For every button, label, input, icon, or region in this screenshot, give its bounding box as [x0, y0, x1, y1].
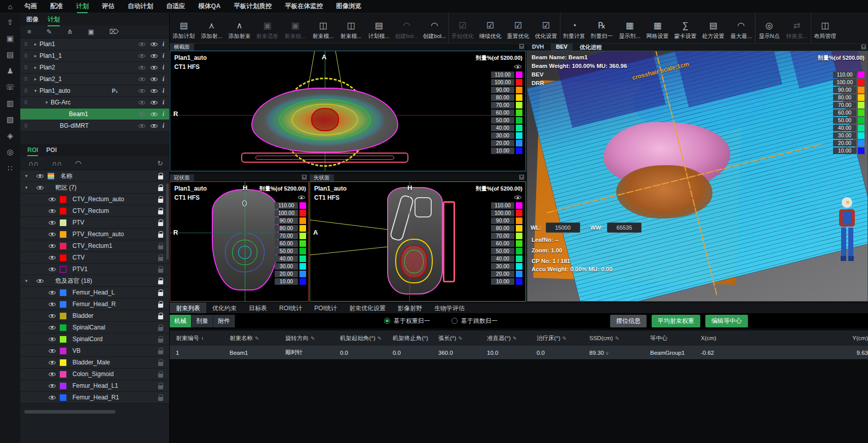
beam-group-button[interactable]: ▣ 射束组... [281, 13, 309, 43]
visibility-icon[interactable] [150, 76, 158, 83]
dose-visibility-icon[interactable] [298, 194, 305, 201]
beam-table-cell[interactable]: BeamGroup1 [644, 350, 695, 356]
bottom-tab[interactable]: 影像射野 [392, 303, 428, 314]
roi-color-chip[interactable] [60, 289, 66, 296]
beam-table-cell[interactable]: 360.0 [432, 350, 481, 356]
lock-icon[interactable] [158, 371, 163, 378]
monte-carlo-settings-button[interactable]: ∑ 蒙卡设置 [671, 13, 699, 43]
bottom-tab[interactable]: 射束优化设置 [343, 303, 392, 314]
beam-table-cell[interactable]: 10.0 [481, 350, 531, 356]
chevron-icon[interactable]: ▾ [20, 185, 32, 190]
bottom-tab[interactable]: 优化约束 [206, 303, 243, 314]
radio-icon[interactable] [384, 318, 390, 324]
beam-conform-button[interactable]: ▣ 射束适形 [253, 13, 281, 43]
beam-table-cell[interactable]: -0.62 [695, 350, 851, 356]
plan-tree-row[interactable]: ⠿ ▾ BG-Arc i [20, 97, 169, 108]
visibility-icon[interactable] [49, 301, 56, 308]
dose-normalize-button[interactable]: ℞ 剂量归一 [588, 13, 616, 43]
dose-visibility-icon[interactable] [514, 194, 521, 201]
plan-tree-row[interactable]: ⠿ Beam1 i [20, 108, 169, 120]
transverse-view[interactable]: Plan1_auto CT1 HFS A R 剂量%(of 5200.00) 1… [170, 51, 526, 171]
merge-plan-icon[interactable]: ⋔ [67, 28, 73, 35]
dose-visibility-icon[interactable] [138, 88, 145, 94]
edit-icon[interactable]: ✎ [615, 336, 619, 341]
beam-subtab[interactable]: 附件 [213, 315, 235, 327]
lock-icon[interactable] [158, 301, 163, 308]
radio-icon[interactable] [451, 318, 458, 324]
info-icon[interactable]: i [163, 99, 164, 106]
roi-row[interactable]: Femur_Head_L [20, 287, 169, 299]
roi-row[interactable]: Bladder_Male [20, 357, 169, 368]
drag-handle-icon[interactable]: ⠿ [20, 123, 31, 129]
roi-row[interactable]: CTV_Rectum_auto [20, 194, 169, 205]
drag-handle-icon[interactable]: ⠿ [20, 65, 31, 70]
shield-icon[interactable]: ◈ [7, 132, 13, 139]
prescription-settings-button[interactable]: ▤ 处方设置 [699, 13, 727, 43]
copy-plan-icon[interactable]: ▣ [88, 28, 94, 35]
roi-color-chip[interactable] [60, 243, 66, 249]
dose-calc-button[interactable]: ◔ 剂量计算 [560, 13, 588, 43]
roi-row[interactable]: Femur_Head_R [20, 299, 169, 310]
roi-color-chip[interactable] [60, 219, 66, 226]
chevron-icon[interactable]: ▸ [31, 42, 40, 47]
visibility-icon[interactable] [49, 324, 56, 331]
menu-item[interactable]: 平板计划质控 [234, 0, 272, 13]
roi-row[interactable]: CTV_Rectum [20, 205, 169, 217]
edit-icon[interactable]: ✎ [562, 336, 567, 341]
visibility-icon[interactable] [150, 111, 158, 118]
wl-input[interactable]: 15000 [546, 223, 580, 233]
coronal-viewport[interactable]: 冠状面 Plan1_auto CT1 HFS H R 剂量%(of 5200.0… [170, 174, 309, 302]
beam-table-row[interactable]: 1Beam1顺时针0.00.0360.010.00.089.30BeamGrou… [170, 346, 868, 360]
delete-plan-icon[interactable]: ⌦ [109, 28, 119, 35]
show-n-points-button[interactable]: ◎ 显示N点 [755, 13, 783, 43]
dose-visibility-icon[interactable] [138, 123, 145, 129]
layout-manager-button[interactable]: ◫ 布局管理 [811, 13, 839, 43]
coronal-tab[interactable]: 冠状面 [170, 174, 194, 181]
visibility-icon[interactable] [49, 266, 56, 273]
lock-icon[interactable] [158, 173, 163, 179]
bottom-tab[interactable]: ROI统计 [273, 303, 308, 314]
roi-row[interactable]: PTV1 [20, 264, 169, 275]
beam-table-cell[interactable]: 0.0 [387, 350, 432, 356]
visibility-icon[interactable] [150, 64, 158, 71]
info-icon[interactable]: i [163, 76, 164, 83]
plan-tree-row[interactable]: ⠿ ▸ Plan2_1 i [20, 73, 169, 85]
home-icon[interactable]: ⌂ [0, 3, 20, 11]
visibility-icon[interactable] [49, 219, 56, 226]
visibility-icon[interactable] [150, 88, 158, 94]
export-icon[interactable]: ⇧ [7, 18, 14, 26]
plan-tree-row[interactable]: ⠿ ▸ Plan1_1 i [20, 50, 169, 62]
beam-action-button[interactable]: 平均射束权重 [652, 315, 700, 327]
lock-icon[interactable] [158, 278, 163, 284]
visibility-icon[interactable] [150, 53, 158, 59]
ww-input[interactable]: 65535 [607, 223, 641, 233]
roi-color-chip[interactable] [60, 336, 66, 343]
beam-action-button[interactable]: 编辑等中心 [705, 315, 748, 327]
bev-toggle[interactable]: BEV [532, 71, 544, 78]
menu-item[interactable]: 图像浏览 [336, 0, 361, 13]
beam-table-cell[interactable]: Beam1 [223, 350, 279, 356]
lock-icon[interactable] [158, 208, 163, 214]
menu-item[interactable]: 勾画 [24, 0, 37, 13]
show-dose-button[interactable]: ▦ 显示剂... [616, 13, 644, 43]
visibility-icon[interactable] [150, 99, 158, 106]
visibility-icon[interactable] [49, 208, 56, 214]
beam-template-edit-button[interactable]: ◫ 射束模... [337, 13, 365, 43]
info-icon[interactable]: i [163, 110, 164, 118]
dose-visibility-icon[interactable] [138, 99, 145, 106]
left-panel-tab[interactable]: 计划 [48, 14, 60, 25]
roi-color-chip[interactable] [60, 208, 66, 214]
beam-subtab[interactable]: 机械 [170, 315, 192, 327]
roi-color-chip[interactable] [60, 313, 66, 319]
menu-item[interactable]: 自适应 [166, 0, 185, 13]
roi-row[interactable]: VB [20, 345, 169, 357]
add-beam-button[interactable]: ∧ 添加射束 [225, 13, 253, 43]
visibility-icon[interactable] [49, 336, 56, 343]
max-min-button[interactable]: ◠ 最大最... [727, 13, 755, 43]
edit-icon[interactable]: ✎ [458, 336, 462, 341]
roi-row[interactable]: ▾ 危及器官 (18) [20, 275, 169, 287]
visibility-icon[interactable] [49, 254, 56, 261]
lock-icon[interactable] [158, 336, 163, 343]
sagittal-tab[interactable]: 矢状面 [310, 174, 334, 181]
maximize-icon[interactable] [861, 45, 866, 49]
